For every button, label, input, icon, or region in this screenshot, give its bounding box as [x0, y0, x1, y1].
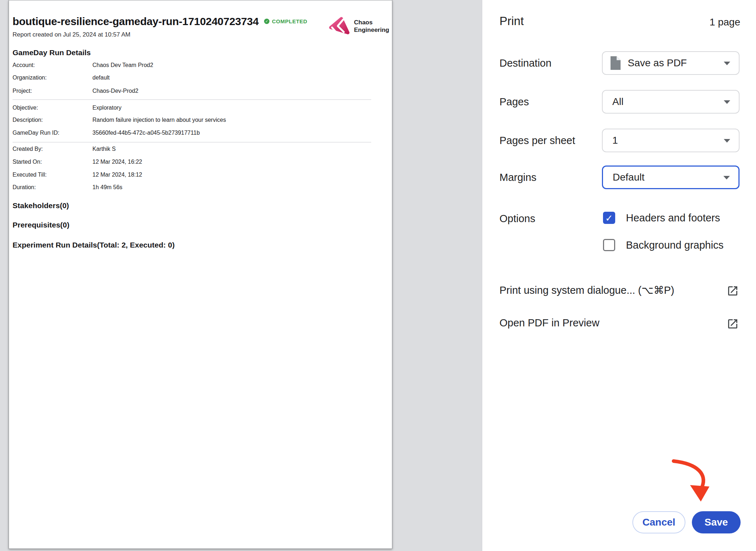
report-title: boutique-resilience-gameday-run-17102407… [13, 15, 259, 28]
page-count: 1 page [709, 16, 740, 28]
print-dialog: Print 1 page Destination Save as PDF Pag… [482, 0, 756, 551]
caret-down-icon [724, 62, 730, 65]
save-button[interactable]: Save [692, 511, 741, 533]
background-graphics-label: Background graphics [626, 239, 723, 251]
status-badge: ✓ COMPLETED [264, 18, 307, 24]
section-title-gameday-run-details: GameDay Run Details [13, 48, 91, 57]
margins-row: Margins Default [482, 166, 756, 189]
heading-experiment-run-details: Experiment Run Details(Total: 2, Execute… [13, 241, 174, 249]
pages-row: Pages All [482, 90, 756, 114]
caret-down-icon [724, 100, 730, 104]
preview-page: boutique-resilience-gameday-run-17102407… [9, 0, 392, 549]
report-created-line: Report created on Jul 25, 2024 at 10:57 … [13, 31, 130, 38]
print-preview-area: boutique-resilience-gameday-run-17102407… [0, 0, 482, 551]
external-link-icon [727, 285, 739, 297]
pages-per-sheet-row: Pages per sheet 1 [482, 129, 756, 152]
pages-per-sheet-select[interactable]: 1 [602, 129, 740, 152]
pdf-document-icon [610, 56, 621, 70]
destination-select[interactable]: Save as PDF [602, 51, 740, 75]
chaos-logo-icon [329, 17, 350, 35]
cancel-button[interactable]: Cancel [632, 511, 685, 533]
margins-label: Margins [499, 172, 536, 183]
background-graphics-option[interactable]: ✓ Background graphics [603, 239, 723, 251]
chaos-engineering-logo: Chaos Engineering [329, 17, 389, 35]
pages-per-sheet-label: Pages per sheet [499, 135, 575, 147]
margins-value: Default [613, 172, 645, 183]
options-label: Options [499, 213, 535, 225]
divider [13, 99, 371, 100]
pages-per-sheet-value: 1 [612, 135, 618, 146]
background-graphics-checkbox[interactable]: ✓ [603, 239, 615, 251]
print-system-dialog-link[interactable]: Print using system dialogue... (⌥⌘P) [482, 284, 756, 300]
headers-footers-label: Headers and footers [626, 212, 720, 224]
open-pdf-preview-link[interactable]: Open PDF in Preview [482, 317, 756, 333]
headers-footers-checkbox[interactable]: ✓ [603, 212, 615, 224]
pages-value: All [612, 96, 623, 107]
check-circle-icon: ✓ [264, 19, 269, 24]
heading-stakeholders: Stakeholders(0) [13, 201, 69, 210]
destination-row: Destination Save as PDF [482, 51, 756, 75]
external-link-icon [727, 318, 739, 330]
caret-down-icon [723, 176, 730, 179]
caret-down-icon [724, 139, 730, 143]
pages-select[interactable]: All [602, 90, 740, 114]
headers-footers-option[interactable]: ✓ Headers and footers [603, 212, 720, 224]
status-label: COMPLETED [272, 18, 307, 24]
pages-label: Pages [499, 96, 529, 108]
heading-prerequisites: Prerequisites(0) [13, 221, 70, 229]
print-dialog-title: Print [499, 14, 524, 28]
logo-wordmark: Chaos Engineering [354, 19, 389, 34]
destination-value: Save as PDF [628, 57, 687, 69]
divider [13, 142, 371, 143]
margins-select[interactable]: Default [602, 166, 740, 189]
destination-label: Destination [499, 57, 551, 69]
